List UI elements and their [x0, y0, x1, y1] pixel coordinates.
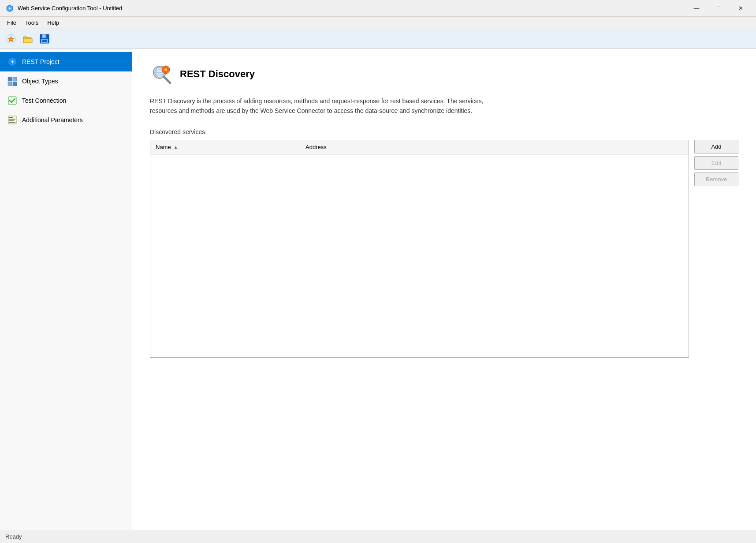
action-buttons: Add Edit Remove — [694, 140, 738, 186]
page-title: REST Discovery — [180, 68, 255, 80]
svg-line-30 — [164, 77, 170, 83]
app-icon: ✦ — [5, 4, 14, 13]
services-table: Name ▲ Address — [150, 140, 689, 358]
main-layout: ✦ REST Project Object Types — [0, 49, 756, 530]
save-button[interactable] — [37, 31, 52, 46]
menu-bar: File Tools Help — [0, 17, 756, 29]
svg-rect-7 — [23, 37, 27, 38]
menu-tools[interactable]: Tools — [21, 18, 43, 28]
table-body — [150, 154, 689, 357]
test-connection-icon — [7, 95, 18, 106]
svg-rect-11 — [43, 35, 45, 37]
svg-rect-13 — [42, 40, 47, 42]
status-text: Ready — [5, 533, 22, 540]
window-title: Web Service Configuration Tool - Untitle… — [18, 5, 122, 11]
menu-file[interactable]: File — [3, 18, 21, 28]
sidebar-label-additional-parameters: Additional Parameters — [22, 116, 83, 124]
window-controls: — □ ✕ — [686, 2, 751, 15]
svg-rect-16 — [8, 77, 12, 81]
remove-button[interactable]: Remove — [694, 172, 738, 186]
content-header: REST Discovery — [150, 63, 738, 86]
svg-rect-17 — [13, 77, 17, 81]
object-types-icon — [7, 76, 18, 86]
discovery-icon — [150, 63, 173, 86]
svg-rect-19 — [13, 82, 17, 86]
sidebar-item-additional-parameters[interactable]: Additional Parameters — [0, 110, 132, 130]
svg-rect-18 — [8, 82, 12, 86]
minimize-button[interactable]: — — [686, 2, 707, 15]
table-header: Name ▲ Address — [150, 140, 689, 154]
sidebar-item-object-types[interactable]: Object Types — [0, 71, 132, 91]
svg-text:✦: ✦ — [8, 7, 11, 10]
svg-point-5 — [10, 37, 12, 40]
svg-point-34 — [164, 68, 167, 71]
title-bar: ✦ Web Service Configuration Tool - Untit… — [0, 0, 756, 17]
sidebar-label-test-connection: Test Connection — [22, 97, 66, 104]
edit-button[interactable]: Edit — [694, 156, 738, 170]
add-button[interactable]: Add — [694, 140, 738, 154]
sidebar-item-rest-project[interactable]: ✦ REST Project — [0, 52, 132, 71]
sort-arrow-icon: ▲ — [174, 145, 178, 150]
sidebar-item-test-connection[interactable]: Test Connection — [0, 91, 132, 110]
maximize-button[interactable]: □ — [708, 2, 729, 15]
svg-rect-8 — [23, 38, 32, 43]
status-bar: Ready — [0, 530, 756, 543]
svg-rect-21 — [8, 116, 16, 124]
svg-rect-22 — [9, 117, 13, 118]
content-description: REST Discovery is the process of adding … — [150, 96, 511, 116]
svg-rect-24 — [9, 120, 14, 121]
close-button[interactable]: ✕ — [730, 2, 751, 15]
svg-rect-25 — [9, 122, 15, 123]
content-area: REST Discovery REST Discovery is the pro… — [132, 49, 756, 530]
column-address[interactable]: Address — [300, 140, 689, 154]
discovered-services-label: Discovered services: — [150, 128, 738, 135]
open-button[interactable] — [20, 31, 35, 46]
sidebar-label-object-types: Object Types — [22, 78, 58, 85]
svg-rect-23 — [9, 119, 15, 120]
sidebar: ✦ REST Project Object Types — [0, 49, 132, 530]
column-name[interactable]: Name ▲ — [150, 140, 300, 154]
sidebar-label-rest-project: REST Project — [22, 58, 60, 65]
additional-parameters-icon — [7, 115, 18, 125]
toolbar — [0, 29, 756, 49]
rest-project-icon: ✦ — [7, 56, 18, 67]
svg-text:✦: ✦ — [11, 60, 15, 64]
menu-help[interactable]: Help — [43, 18, 63, 28]
services-area: Name ▲ Address Add Edit Remove — [150, 140, 738, 358]
new-button[interactable] — [4, 31, 19, 46]
